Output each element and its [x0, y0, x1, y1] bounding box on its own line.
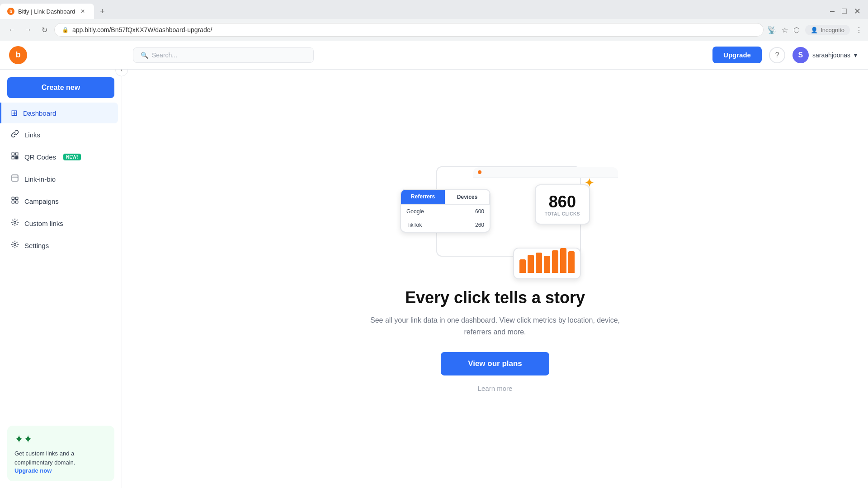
bar-4: [544, 256, 550, 273]
bar-chart-card: [513, 248, 581, 279]
more-menu-icon[interactable]: ⋮: [855, 26, 863, 34]
minimize-button[interactable]: –: [830, 6, 835, 16]
referrer-source-tiktok: TikTok: [406, 222, 422, 228]
sidebar-item-dashboard[interactable]: ⊞ Dashboard: [0, 103, 118, 123]
maximize-button[interactable]: □: [842, 6, 847, 16]
forward-button[interactable]: →: [22, 23, 34, 36]
main-header: 🔍 Search... Upgrade ? S saraahjoonas ▾: [122, 41, 868, 70]
incognito-avatar-icon: 👤: [811, 27, 818, 33]
sparkle-icon: ✦✦: [14, 433, 107, 446]
browser-tab[interactable]: b Bitly | Link Dashboard ✕: [0, 4, 94, 19]
new-tab-button[interactable]: +: [96, 5, 108, 18]
svg-rect-12: [16, 201, 18, 203]
referrers-tab-label: Referrers: [411, 193, 435, 200]
referrer-count-tiktok: 260: [475, 222, 484, 228]
cast-icon[interactable]: 📡: [767, 26, 776, 34]
referrer-row-tiktok: TikTok 260: [401, 218, 490, 232]
settings-icon: [11, 240, 19, 251]
lock-icon: 🔒: [62, 27, 69, 33]
search-icon: 🔍: [141, 52, 148, 59]
link-in-bio-icon: [11, 174, 19, 184]
svg-rect-6: [17, 158, 18, 159]
svg-rect-1: [16, 153, 18, 155]
search-bar[interactable]: 🔍 Search...: [133, 47, 314, 63]
sidebar-item-dashboard-label: Dashboard: [23, 109, 56, 117]
user-info[interactable]: S saraahjoonas ▾: [793, 47, 857, 63]
browser-toolbar: ← → ↻ 🔒 app.bitly.com/Bn57fQxKX7W/dashbo…: [0, 19, 868, 41]
sidebar-item-link-in-bio[interactable]: Link-in-bio: [4, 169, 118, 190]
url-text: app.bitly.com/Bn57fQxKX7W/dashboard-upgr…: [72, 26, 212, 33]
search-placeholder: Search...: [152, 52, 177, 59]
user-dropdown-icon: ▾: [854, 52, 857, 59]
sidebar: ‹ Create new ⊞ Dashboard Links QR Codes: [0, 41, 122, 488]
sidebar-item-qr-codes[interactable]: QR Codes NEW!: [4, 146, 118, 168]
dashboard-icon: ⊞: [11, 108, 18, 118]
sidebar-item-links[interactable]: Links: [4, 124, 118, 145]
sidebar-item-links-label: Links: [24, 131, 40, 139]
help-button[interactable]: ?: [769, 47, 785, 63]
bar-7: [568, 251, 575, 273]
sidebar-promo-area: ✦✦ Get custom links and a complimentary …: [0, 418, 122, 488]
back-button[interactable]: ←: [5, 23, 18, 36]
sidebar-item-campaigns-label: Campaigns: [24, 197, 59, 205]
total-clicks-label: TOTAL CLICKS: [545, 211, 580, 216]
tab-bar: b Bitly | Link Dashboard ✕ + – □ ✕: [0, 0, 868, 19]
toolbar-actions: 📡 ☆ ⬡ 👤 Incognito ⋮: [767, 25, 863, 35]
svg-rect-10: [16, 197, 18, 199]
svg-point-14: [14, 244, 16, 246]
bitly-logo: b: [0, 41, 122, 70]
promo-text: Get custom links and a complimentary dom…: [14, 449, 107, 467]
bar-5: [552, 250, 558, 273]
sidebar-item-custom-links[interactable]: Custom links: [4, 213, 118, 234]
referrer-row-google: Google 600: [401, 205, 490, 218]
svg-rect-4: [17, 157, 18, 158]
total-clicks-number: 860: [545, 192, 580, 211]
upgrade-button[interactable]: Upgrade: [712, 47, 762, 63]
bookmark-icon[interactable]: ☆: [782, 26, 788, 34]
referrers-card: Referrers Devices Google 600 TikTok 260: [400, 189, 491, 233]
app-container: b 🔍 Search... Upgrade ? S saraahjoonas ▾…: [0, 41, 868, 488]
logo-letter: b: [16, 50, 21, 60]
address-bar[interactable]: 🔒 app.bitly.com/Bn57fQxKX7W/dashboard-up…: [54, 23, 764, 37]
sidebar-item-qr-label: QR Codes: [24, 153, 56, 161]
devices-tab-label: Devices: [457, 194, 477, 200]
screen-bar: [473, 167, 618, 178]
user-initial: S: [798, 51, 803, 59]
svg-point-13: [14, 221, 16, 224]
tab-title: Bitly | Link Dashboard: [18, 8, 75, 15]
qr-new-badge: NEW!: [63, 154, 81, 160]
extensions-icon[interactable]: ⬡: [793, 26, 800, 34]
svg-rect-9: [12, 197, 14, 199]
sidebar-item-settings[interactable]: Settings: [4, 235, 118, 256]
tab-favicon: b: [7, 8, 14, 15]
custom-links-icon: [11, 218, 19, 229]
upgrade-now-link[interactable]: Upgrade now: [14, 467, 52, 474]
tab-close-button[interactable]: ✕: [79, 7, 87, 15]
create-new-button[interactable]: Create new: [7, 77, 114, 98]
links-icon: [11, 130, 19, 140]
sidebar-item-link-in-bio-label: Link-in-bio: [24, 175, 56, 183]
devices-tab[interactable]: Devices: [445, 190, 490, 204]
incognito-label: Incognito: [821, 27, 844, 33]
page-description: See all your link data in one dashboard.…: [359, 314, 631, 338]
page-title: Every click tells a story: [405, 288, 585, 307]
screen-dot: [478, 170, 481, 174]
learn-more-link[interactable]: Learn more: [478, 385, 513, 392]
window-controls: – □ ✕: [830, 6, 868, 16]
upgrade-promo-card: ✦✦ Get custom links and a complimentary …: [7, 426, 114, 481]
close-button[interactable]: ✕: [854, 6, 861, 16]
view-plans-button[interactable]: View our plans: [441, 352, 549, 375]
referrers-tab[interactable]: Referrers: [401, 190, 445, 204]
browser-chrome: b Bitly | Link Dashboard ✕ + – □ ✕ ← → ↻…: [0, 0, 868, 41]
sidebar-item-settings-label: Settings: [24, 242, 49, 249]
svg-rect-11: [12, 201, 14, 203]
help-icon: ?: [775, 51, 779, 59]
bar-1: [519, 259, 526, 273]
referrer-count-google: 600: [475, 208, 484, 215]
header-actions: Upgrade ? S saraahjoonas ▾: [712, 47, 857, 63]
bar-6: [560, 248, 566, 273]
reload-button[interactable]: ↻: [38, 23, 51, 36]
svg-rect-0: [12, 153, 14, 155]
sidebar-item-campaigns[interactable]: Campaigns: [4, 191, 118, 212]
total-clicks-card: 860 TOTAL CLICKS: [535, 184, 590, 225]
